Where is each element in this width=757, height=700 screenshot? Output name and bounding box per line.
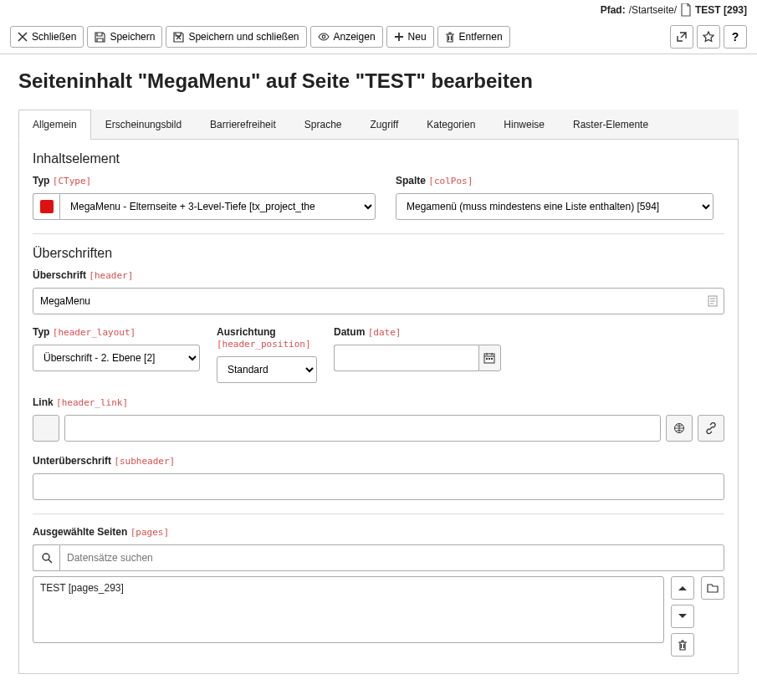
- chevron-up-icon: [678, 584, 688, 592]
- tabs: Allgemein Erscheinungsbild Barrierefreih…: [18, 110, 739, 140]
- save-close-label: Speichern und schließen: [188, 31, 299, 43]
- close-icon: [18, 32, 28, 42]
- delete-button[interactable]: Entfernen: [437, 26, 510, 48]
- pages-search-input[interactable]: [59, 544, 724, 571]
- divider: [33, 514, 724, 514]
- page-title: Seiteninhalt "MegaMenu" auf Seite "TEST"…: [18, 69, 739, 93]
- breadcrumb-bar: Pfad: /Startseite/ TEST [293]: [0, 0, 757, 20]
- breadcrumb-page-name: TEST [293]: [695, 4, 747, 16]
- colpos-select[interactable]: Megamenü (muss mindestens eine Liste ent…: [396, 193, 714, 220]
- save-button[interactable]: Speichern: [87, 26, 162, 48]
- eye-icon: [318, 32, 330, 42]
- ctype-select[interactable]: MegaMenu - Elternseite + 3-Level-Tiefe […: [59, 193, 376, 220]
- toolbar: Schließen Speichern Speichern und schlie…: [0, 20, 757, 54]
- svg-rect-5: [491, 358, 493, 360]
- save-close-icon: [173, 32, 184, 43]
- header-layout-select[interactable]: Überschrift - 2. Ebene [2]: [33, 345, 200, 371]
- link-wizard-button[interactable]: [666, 415, 693, 442]
- save-label: Speichern: [110, 31, 155, 43]
- trash-icon: [445, 32, 455, 43]
- svg-point-0: [322, 35, 325, 38]
- tab-kategorien[interactable]: Kategorien: [412, 110, 489, 139]
- path-value: /Startseite/: [629, 4, 677, 16]
- date-label: Datum [date]: [334, 326, 501, 338]
- save-close-button[interactable]: Speichern und schließen: [166, 26, 306, 48]
- svg-rect-3: [486, 358, 488, 360]
- search-icon-box: [33, 544, 59, 571]
- share-icon: [676, 31, 688, 43]
- date-input[interactable]: [334, 345, 478, 371]
- svg-point-7: [43, 554, 49, 560]
- list-item[interactable]: TEST [pages_293]: [40, 582, 657, 594]
- header-input[interactable]: [33, 288, 724, 314]
- new-label: Neu: [408, 31, 427, 43]
- calendar-button[interactable]: [478, 345, 502, 371]
- tab-sprache[interactable]: Sprache: [290, 110, 356, 139]
- header-link-input[interactable]: [64, 415, 661, 442]
- view-button[interactable]: Anzeigen: [310, 26, 383, 48]
- new-button[interactable]: Neu: [386, 26, 434, 48]
- move-down-button[interactable]: [671, 605, 694, 628]
- header-link-label: Link [header_link]: [33, 396, 724, 408]
- header-layout-label: Typ [header_layout]: [33, 326, 200, 338]
- save-icon: [95, 32, 105, 43]
- link-open-button[interactable]: [698, 415, 724, 442]
- tab-raster-elemente[interactable]: Raster-Elemente: [559, 110, 662, 139]
- subheader-input[interactable]: [33, 473, 724, 500]
- svg-rect-4: [488, 358, 490, 360]
- path-label: Pfad:: [601, 4, 626, 16]
- tab-zugriff[interactable]: Zugriff: [356, 110, 413, 139]
- star-icon: [703, 31, 714, 43]
- plus-icon: [394, 32, 404, 42]
- delete-label: Entfernen: [459, 31, 503, 43]
- tab-allgemein[interactable]: Allgemein: [18, 110, 91, 140]
- folder-icon: [707, 583, 719, 593]
- tab-erscheinungsbild[interactable]: Erscheinungsbild: [91, 110, 196, 139]
- help-icon: ?: [732, 30, 739, 43]
- calendar-icon: [483, 352, 495, 364]
- ctype-label: Typ [CType]: [33, 175, 376, 186]
- trash-icon: [678, 640, 688, 651]
- chevron-down-icon: [678, 612, 688, 621]
- colpos-label: Spalte [colPos]: [396, 175, 714, 186]
- help-button[interactable]: ?: [724, 25, 747, 49]
- input-icons: [708, 295, 718, 307]
- share-button[interactable]: [670, 25, 693, 49]
- close-label: Schließen: [32, 31, 76, 43]
- link-prefix-icon: [33, 415, 59, 442]
- search-icon: [41, 552, 53, 564]
- subheader-label: Unterüberschrift [subheader]: [33, 455, 724, 467]
- header-position-select[interactable]: Standard: [217, 356, 317, 383]
- header-position-label: Ausrichtung [header_position]: [217, 326, 317, 350]
- divider: [33, 233, 724, 234]
- move-up-button[interactable]: [671, 576, 694, 600]
- view-label: Anzeigen: [334, 31, 376, 43]
- browse-button[interactable]: [701, 576, 724, 600]
- header-label: Überschrift [header]: [33, 269, 724, 281]
- pages-label: Ausgewählte Seiten [pages]: [33, 526, 724, 538]
- globe-icon: [673, 422, 685, 434]
- remove-item-button[interactable]: [671, 633, 694, 657]
- ctype-icon: [33, 193, 59, 220]
- link-icon: [705, 422, 717, 434]
- pages-listbox[interactable]: TEST [pages_293]: [33, 576, 664, 643]
- tab-barrierefreiheit[interactable]: Barrierefreiheit: [196, 110, 290, 139]
- close-button[interactable]: Schließen: [10, 26, 84, 48]
- section-content-element: Inhaltselement: [33, 151, 724, 166]
- section-headlines: Überschriften: [33, 246, 724, 261]
- tab-hinweise[interactable]: Hinweise: [489, 110, 559, 139]
- page-icon: [680, 3, 692, 17]
- bookmark-button[interactable]: [697, 25, 720, 49]
